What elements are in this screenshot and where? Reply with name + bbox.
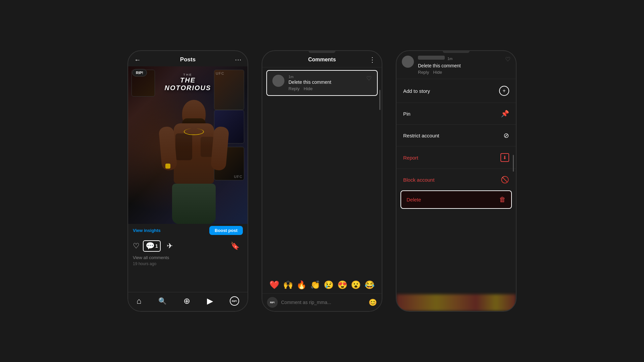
post-content: RIP! UFC UFC THE THE NOTORIOUS xyxy=(128,66,248,292)
phone3-comment-meta: 1m Delete this comment Reply Hide xyxy=(418,56,501,75)
pin-label: Pin xyxy=(403,111,411,117)
comment-btn-box: 💬 1 xyxy=(143,240,161,252)
emoji-sad[interactable]: 😢 xyxy=(324,280,334,290)
phone3-comment-like[interactable]: ♡ xyxy=(505,56,511,63)
the-label: THE xyxy=(158,73,218,76)
emoji-love-eyes[interactable]: 😍 xyxy=(337,280,347,290)
hide-button[interactable]: Hide xyxy=(304,86,313,91)
boost-post-button[interactable]: Boost post xyxy=(209,226,243,235)
comment-input-bar: RIP! 😊 xyxy=(262,293,382,311)
phone3-divider-3 xyxy=(396,124,516,125)
create-nav-button[interactable]: ⊕ xyxy=(183,296,190,306)
menu-restrict-account[interactable]: Restrict account ⊘ xyxy=(396,126,516,145)
comment-input-field[interactable] xyxy=(281,300,365,305)
insights-row: View insights Boost post xyxy=(128,224,248,236)
comment-count: 1 xyxy=(155,243,158,249)
emoji-laugh[interactable]: 😂 xyxy=(365,280,375,290)
emoji-fire[interactable]: 🔥 xyxy=(297,280,307,290)
phone-1: ← Posts ⋯ RIP! UFC UFC THE THE NOTORIOUS xyxy=(127,50,248,312)
phone3-comment-area: 1m Delete this comment Reply Hide ♡ xyxy=(396,51,516,77)
add-to-story-label: Add to story xyxy=(403,88,430,94)
phone1-header: ← Posts ⋯ xyxy=(128,51,248,66)
menu-add-to-story[interactable]: Add to story + xyxy=(396,80,516,101)
view-insights-button[interactable]: View insights xyxy=(133,228,161,233)
comments-title: Comments xyxy=(308,57,336,63)
heart-icon: ♡ xyxy=(133,242,140,250)
ufc-label-2: UFC xyxy=(234,175,243,179)
phone-2: Comments ⋮ 1m Delete this comment Reply … xyxy=(262,50,382,312)
user-badge: RIP! xyxy=(132,69,147,76)
profile-nav-button[interactable]: RIP! xyxy=(230,296,239,306)
post-actions-bar: ♡ 💬 1 ✈ 🔖 xyxy=(128,236,248,254)
bottom-navigation: ⌂ 🔍 ⊕ ▶ RIP! xyxy=(128,292,248,311)
view-all-comments[interactable]: View all comments xyxy=(128,254,248,261)
post-time: 19 hours ago xyxy=(128,261,248,269)
add-to-story-icon: + xyxy=(499,86,509,96)
more-options-button[interactable]: ⋯ xyxy=(235,56,241,64)
phone3-divider-5 xyxy=(396,169,516,169)
pin-icon: 📌 xyxy=(501,110,509,118)
comment-like-button[interactable]: ♡ xyxy=(366,75,372,82)
bookmark-button[interactable]: 🔖 xyxy=(230,240,243,252)
like-button[interactable]: ♡ xyxy=(133,240,143,252)
block-account-label: Block account xyxy=(403,177,434,183)
delete-label: Delete xyxy=(407,197,421,202)
comments-header: Comments ⋮ xyxy=(262,51,382,67)
report-label: Report xyxy=(403,155,418,161)
share-button[interactable]: ✈ xyxy=(167,240,176,252)
reels-nav-button[interactable]: ▶ xyxy=(207,296,213,306)
menu-delete[interactable]: Delete 🗑 xyxy=(400,190,512,209)
menu-block-account[interactable]: Block account 🚫 xyxy=(396,170,516,189)
back-button[interactable]: ← xyxy=(134,56,141,64)
bookmark-icon: 🔖 xyxy=(230,242,239,250)
emoji-hands[interactable]: 👏 xyxy=(310,280,320,290)
comment-button[interactable]: 💬 1 xyxy=(143,239,164,253)
search-nav-button[interactable]: 🔍 xyxy=(158,297,167,305)
phone3-divider xyxy=(396,79,516,79)
block-icon: 🚫 xyxy=(501,176,509,184)
comment-body: 1m Delete this comment Reply Hide xyxy=(288,75,362,91)
emoji-clap[interactable]: 🙌 xyxy=(283,280,293,290)
reply-button[interactable]: Reply xyxy=(288,86,300,91)
menu-report[interactable]: Report ⬇ xyxy=(396,148,516,167)
restrict-account-label: Restrict account xyxy=(403,133,439,138)
phone3-comment-time: 1m xyxy=(447,57,452,61)
scroll-indicator xyxy=(379,90,380,110)
phone3-avatar xyxy=(402,56,414,68)
phone3-divider-4 xyxy=(396,146,516,146)
emoji-reaction-bar: ❤️ 🙌 🔥 👏 😢 😍 😮 😂 xyxy=(262,277,382,293)
page-title: Posts xyxy=(180,56,196,63)
home-nav-button[interactable]: ⌂ xyxy=(137,296,142,306)
phone3-scroll-indicator xyxy=(513,155,514,172)
comment-time: 1m xyxy=(288,75,362,79)
comment-icon: 💬 xyxy=(146,242,155,250)
delete-icon: 🗑 xyxy=(499,196,506,203)
input-avatar: RIP! xyxy=(267,297,278,308)
emoji-wow[interactable]: 😮 xyxy=(351,280,361,290)
share-icon: ✈ xyxy=(167,242,173,250)
comments-more-button[interactable]: ⋮ xyxy=(369,56,376,64)
restrict-icon: ⊘ xyxy=(503,131,509,139)
phone3-divider-2 xyxy=(396,103,516,103)
commenter-avatar xyxy=(272,75,284,87)
post-image: RIP! UFC UFC THE THE NOTORIOUS xyxy=(128,66,248,224)
phone3-hide-button[interactable]: Hide xyxy=(433,70,442,75)
report-icon: ⬇ xyxy=(500,153,509,162)
comment-actions: Reply Hide xyxy=(288,86,362,91)
comment-text: Delete this comment xyxy=(288,79,362,85)
menu-pin[interactable]: Pin 📌 xyxy=(396,104,516,123)
emoji-picker-button[interactable]: 😊 xyxy=(369,298,377,306)
bottom-emoji-bar xyxy=(396,294,516,311)
notorious-label: THE NOTORIOUS xyxy=(158,76,218,92)
phone3-username-placeholder xyxy=(418,56,445,60)
phone3-reply-button[interactable]: Reply xyxy=(418,70,429,75)
phone3-comment-text: Delete this comment xyxy=(418,63,501,68)
emoji-heart[interactable]: ❤️ xyxy=(269,280,279,290)
phone-3: 1m Delete this comment Reply Hide ♡ Add … xyxy=(396,50,517,312)
comment-item: 1m Delete this comment Reply Hide ♡ xyxy=(266,70,378,96)
